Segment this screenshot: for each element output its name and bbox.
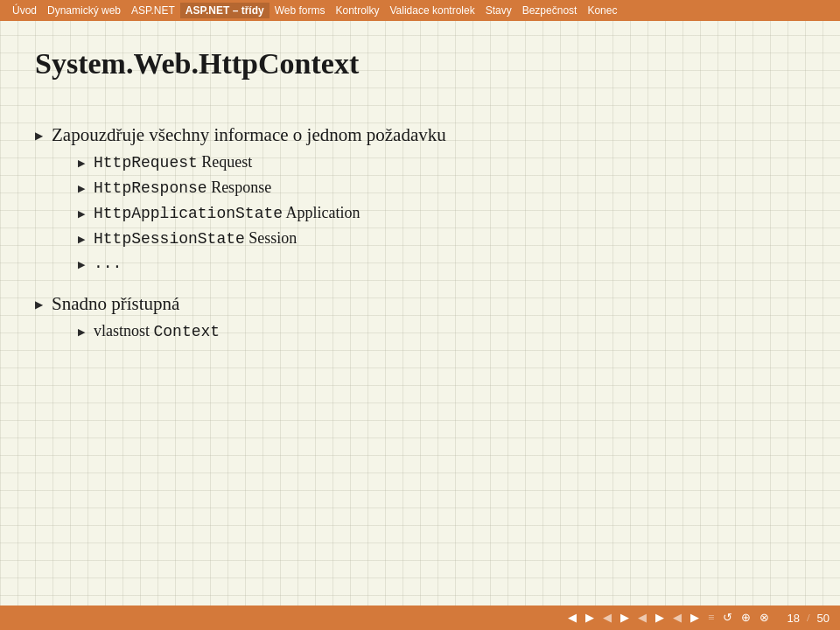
sub-arrow-2-1: [78, 325, 85, 339]
current-page: 18: [787, 612, 799, 625]
nav-next-group[interactable]: ▶: [689, 611, 701, 625]
nav-item-aspnet-tridy[interactable]: ASP.NET – třídy: [180, 3, 270, 18]
bullet-text-1: Zapouzdřuje všechny informace o jednom p…: [52, 124, 446, 145]
main-content: System.Web.HttpContext Zapouzdřuje všech…: [0, 21, 840, 388]
sub-item-1-5: ...: [78, 255, 446, 272]
nav-item-bezpecnost[interactable]: Bezpečnost: [517, 3, 583, 18]
nav-item-kontrolky[interactable]: Kontrolky: [330, 3, 384, 18]
nav-prev-group[interactable]: ▶: [584, 611, 596, 625]
nav-item-aspnet[interactable]: ASP.NET: [126, 3, 180, 18]
nav-item-validace[interactable]: Validace kontrolek: [385, 3, 480, 18]
sub-text-2-1: vlastnost Context: [94, 322, 220, 340]
sub-item-1-1: HttpRequest Request: [78, 153, 446, 172]
sub-arrow-1-5: [78, 257, 85, 271]
total-pages: 50: [817, 612, 830, 625]
nav-item-dynamicky[interactable]: Dynamický web: [42, 3, 126, 18]
bullet-item-2: Snadno přístupná vlastnost Context: [35, 293, 805, 347]
nav-menu[interactable]: ↺: [721, 611, 734, 625]
sub-text-1-5: ...: [94, 255, 122, 272]
sub-item-2-1: vlastnost Context: [78, 322, 220, 340]
sub-list-1: HttpRequest Request HttpResponse Respons…: [78, 153, 446, 272]
nav-item-konec[interactable]: Konec: [582, 3, 622, 18]
nav-item-stavy[interactable]: Stavy: [480, 3, 517, 18]
nav-prev[interactable]: ▶: [619, 611, 631, 625]
nav-item-uvod[interactable]: Úvod: [7, 3, 42, 18]
sub-text-1-3: HttpApplicationState Application: [94, 204, 360, 222]
sub-item-1-2: HttpResponse Response: [78, 178, 446, 197]
sub-item-1-3: HttpApplicationState Application: [78, 204, 446, 222]
nav-bar: Úvod Dynamický web ASP.NET ASP.NET – tří…: [0, 0, 840, 21]
nav-controls: ◀ ▶ ◀ ▶ ◀ ▶ ◀ ▶ ≡ ↺ ⊕ ⊗ 18 / 50: [566, 611, 830, 625]
bullet-item-1: Zapouzdřuje všechny informace o jednom p…: [35, 124, 805, 279]
bullet-arrow-2: [35, 298, 43, 312]
sub-arrow-1-2: [78, 181, 85, 195]
sub-item-1-4: HttpSessionState Session: [78, 229, 446, 248]
sub-text-1-2: HttpResponse Response: [94, 178, 271, 197]
nav-zoom[interactable]: ⊗: [758, 611, 771, 625]
sub-arrow-1-3: [78, 206, 85, 220]
bullet-text-2: Snadno přístupná: [52, 293, 179, 314]
nav-first[interactable]: ◀: [566, 611, 578, 625]
sub-text-1-1: HttpRequest Request: [94, 153, 252, 172]
bullet-list: Zapouzdřuje všechny informace o jednom p…: [35, 124, 805, 347]
nav-next[interactable]: ▶: [654, 611, 666, 625]
bottom-bar: ◀ ▶ ◀ ▶ ◀ ▶ ◀ ▶ ≡ ↺ ⊕ ⊗ 18 / 50: [0, 606, 840, 630]
nav-item-webforms[interactable]: Web forms: [270, 3, 331, 18]
sub-arrow-1-4: [78, 232, 85, 246]
nav-search[interactable]: ⊕: [739, 611, 752, 625]
bullet-arrow-1: [35, 129, 43, 143]
sub-arrow-1-1: [78, 156, 85, 170]
sub-list-2: vlastnost Context: [78, 322, 220, 340]
page-title: System.Web.HttpContext: [35, 47, 805, 80]
sub-text-1-4: HttpSessionState Session: [94, 229, 297, 248]
